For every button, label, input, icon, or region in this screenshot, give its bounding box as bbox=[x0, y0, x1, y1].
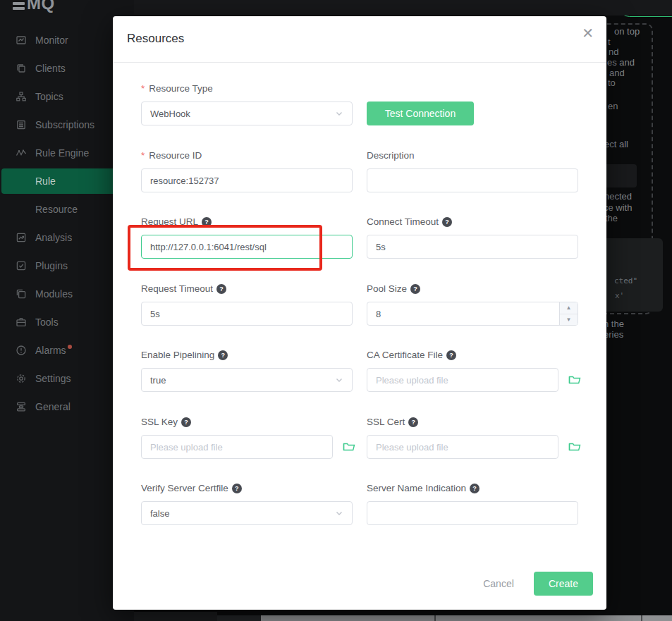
bg-text-fragment: en bbox=[608, 101, 618, 111]
bg-text-fragment: n the bbox=[604, 319, 624, 329]
connect-timeout-input[interactable] bbox=[367, 235, 578, 259]
help-tooltip-icon[interactable]: ? bbox=[446, 350, 456, 360]
pool-size-field: ▲ ▼ bbox=[367, 302, 578, 326]
plugins-icon bbox=[16, 260, 27, 271]
logo-bar bbox=[13, 2, 25, 5]
sidebar-item-label: General bbox=[35, 401, 71, 412]
bg-text-fragment: and bbox=[609, 68, 625, 78]
logo-bar bbox=[13, 7, 25, 10]
bg-text-fragment: the bbox=[605, 213, 618, 223]
rule-engine-icon bbox=[16, 147, 27, 159]
request-url-input[interactable] bbox=[141, 235, 353, 259]
stepper-up-icon[interactable]: ▲ bbox=[560, 302, 578, 314]
monitor-icon bbox=[16, 35, 27, 46]
server-name-indication-input[interactable] bbox=[367, 501, 578, 525]
bg-text-fragment: es and bbox=[607, 57, 635, 68]
label-text: Connect Timeout bbox=[367, 216, 439, 227]
required-asterisk: * bbox=[141, 83, 145, 94]
label-text: CA Certificate File bbox=[367, 350, 443, 360]
upload-folder-icon[interactable] bbox=[568, 374, 581, 386]
sidebar-item-label: Rule bbox=[35, 176, 56, 187]
enable-pipelining-label: Enable Pipelining ? bbox=[141, 350, 228, 360]
request-timeout-label: Request Timeout ? bbox=[141, 283, 226, 294]
modal-title: Resources bbox=[127, 32, 184, 46]
general-icon bbox=[16, 401, 27, 412]
help-tooltip-icon[interactable]: ? bbox=[408, 417, 418, 427]
resource-id-input[interactable] bbox=[141, 168, 353, 192]
label-text: Description bbox=[367, 150, 415, 161]
resources-modal: Resources ✕ * Resource Type WebHook Test… bbox=[113, 16, 606, 610]
sidebar-item-rule[interactable]: Rule bbox=[1, 168, 118, 194]
request-url-label: Request URL ? bbox=[141, 216, 212, 227]
bg-text-fragment: on top bbox=[614, 26, 640, 37]
scrollbar-notch bbox=[641, 615, 642, 621]
label-text: Request URL bbox=[141, 216, 198, 227]
number-stepper: ▲ ▼ bbox=[559, 302, 578, 325]
analysis-icon bbox=[16, 232, 27, 243]
description-label: Description bbox=[367, 150, 415, 161]
sidebar-item-label: Tools bbox=[35, 316, 59, 328]
ssl-key-input[interactable] bbox=[141, 435, 333, 459]
horizontal-scrollbar[interactable] bbox=[261, 615, 672, 621]
ca-certificate-file-label: CA Certificate File ? bbox=[367, 350, 456, 360]
verify-server-certfile-select[interactable]: false bbox=[141, 501, 353, 525]
cancel-button[interactable]: Cancel bbox=[477, 572, 520, 596]
label-text: Request Timeout bbox=[141, 283, 213, 294]
pool-size-input[interactable] bbox=[367, 302, 578, 326]
help-tooltip-icon[interactable]: ? bbox=[232, 484, 242, 493]
logo-text: MQ bbox=[27, 0, 55, 13]
sidebar-item-label: Resource bbox=[35, 204, 78, 215]
resource-type-select[interactable]: WebHook bbox=[141, 102, 353, 125]
settings-icon bbox=[16, 373, 27, 384]
clients-icon bbox=[16, 63, 27, 74]
test-connection-button[interactable]: Test Connection bbox=[367, 102, 474, 125]
chevron-down-icon bbox=[335, 376, 343, 384]
connect-timeout-label: Connect Timeout ? bbox=[367, 216, 452, 227]
create-button[interactable]: Create bbox=[534, 572, 593, 596]
help-tooltip-icon[interactable]: ? bbox=[470, 484, 479, 493]
label-text: Pool Size bbox=[367, 283, 407, 294]
server-name-indication-label: Server Name Indication ? bbox=[367, 483, 479, 493]
required-asterisk: * bbox=[141, 150, 145, 161]
ca-certificate-file-input[interactable] bbox=[367, 368, 558, 392]
sidebar-item-label: Analysis bbox=[35, 232, 72, 243]
description-input[interactable] bbox=[367, 168, 578, 192]
enable-pipelining-select[interactable]: true bbox=[141, 368, 353, 392]
ssl-cert-input[interactable] bbox=[367, 435, 558, 459]
close-icon[interactable]: ✕ bbox=[582, 26, 594, 40]
scrollbar-notch bbox=[434, 615, 436, 621]
select-value: false bbox=[150, 508, 169, 519]
scrollbar-track-start bbox=[217, 615, 261, 621]
help-tooltip-icon[interactable]: ? bbox=[181, 417, 191, 427]
subscriptions-icon bbox=[16, 119, 27, 130]
upload-folder-icon[interactable] bbox=[568, 441, 581, 453]
emqx-dashboard: ? GitHub Free Trial MQ Monitor Clients T… bbox=[0, 0, 672, 621]
upload-folder-icon[interactable] bbox=[343, 441, 355, 453]
topics-icon bbox=[16, 91, 27, 102]
bg-text-fragment: ect all bbox=[604, 139, 628, 149]
stepper-down-icon[interactable]: ▼ bbox=[560, 314, 578, 326]
help-tooltip-icon[interactable]: ? bbox=[218, 350, 228, 360]
header-divider bbox=[113, 62, 606, 63]
help-tooltip-icon[interactable]: ? bbox=[442, 217, 452, 227]
sidebar-item-label: Topics bbox=[35, 91, 63, 102]
help-tooltip-icon[interactable]: ? bbox=[202, 217, 212, 227]
label-text: SSL Key bbox=[141, 417, 178, 427]
bg-code-fragment: x' bbox=[615, 291, 624, 300]
bg-text-fragment: to bbox=[608, 78, 616, 88]
bg-text-fragment: nd bbox=[609, 47, 618, 57]
request-timeout-input[interactable] bbox=[141, 302, 353, 326]
label-text: Verify Server Certfile bbox=[141, 483, 228, 493]
help-tooltip-icon[interactable]: ? bbox=[410, 284, 420, 294]
label-text: SSL Cert bbox=[367, 417, 405, 427]
label-text: Resource ID bbox=[149, 150, 202, 161]
bg-text-fragment: nected bbox=[604, 191, 632, 202]
select-value: WebHook bbox=[150, 109, 190, 119]
select-value: true bbox=[150, 375, 166, 386]
help-tooltip-icon[interactable]: ? bbox=[216, 284, 226, 294]
bg-code-fragment: cted" bbox=[614, 276, 637, 285]
sidebar-item-label: Subscriptions bbox=[35, 119, 94, 130]
label-text: Resource Type bbox=[149, 83, 213, 94]
sidebar-item-label: Plugins bbox=[35, 260, 68, 271]
sidebar-item-label: Alarms bbox=[35, 345, 66, 356]
